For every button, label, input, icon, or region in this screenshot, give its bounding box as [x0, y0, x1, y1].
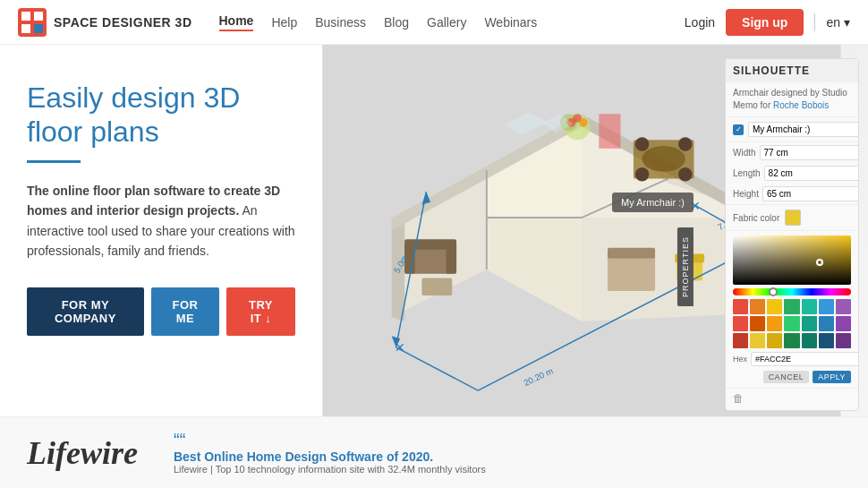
signup-button[interactable]: Sign up — [726, 9, 804, 36]
color-swatch-1[interactable] — [750, 299, 765, 314]
color-swatch-6[interactable] — [836, 299, 851, 314]
delete-row: 🗑 — [726, 388, 858, 410]
fabric-label: Fabric color — [733, 213, 779, 223]
gradient-dark — [733, 235, 851, 285]
silhouette-name-row: ✓ — [726, 117, 858, 142]
svg-text:✕: ✕ — [395, 341, 405, 355]
nav-home[interactable]: Home — [219, 13, 254, 31]
color-swatch-4[interactable] — [802, 299, 817, 314]
color-swatch-18[interactable] — [802, 333, 817, 348]
nav-help[interactable]: Help — [271, 15, 297, 30]
svg-rect-33 — [608, 248, 655, 259]
silhouette-title: SILHOUETTE — [726, 59, 858, 82]
hex-row: Hex ▲▼ — [733, 352, 851, 366]
nav-gallery[interactable]: Gallery — [427, 15, 466, 30]
color-swatch-14[interactable] — [733, 333, 748, 348]
language-selector[interactable]: en ▾ — [826, 15, 850, 30]
header-divider — [814, 13, 815, 31]
fabric-color-swatch[interactable] — [785, 210, 801, 226]
svg-rect-1 — [21, 12, 30, 21]
color-swatch-19[interactable] — [819, 333, 834, 348]
color-swatch-5[interactable] — [819, 299, 834, 314]
cancel-button[interactable]: CANCEL — [763, 371, 810, 383]
left-panel: Easily design 3D floor plans The online … — [0, 45, 322, 488]
hex-input[interactable] — [751, 352, 859, 366]
header-right: Login Sign up en ▾ — [685, 9, 850, 36]
color-swatch-0[interactable] — [733, 299, 748, 314]
color-swatch-11[interactable] — [802, 316, 817, 331]
color-gradient[interactable] — [733, 235, 851, 285]
color-swatch-2[interactable] — [767, 299, 782, 314]
logo-icon — [18, 8, 47, 37]
nav-webinars[interactable]: Webinars — [484, 15, 537, 30]
color-swatch-16[interactable] — [767, 333, 782, 348]
svg-point-27 — [635, 167, 649, 181]
color-swatch-15[interactable] — [750, 333, 765, 348]
silhouette-checkbox[interactable]: ✓ — [733, 124, 744, 135]
color-cursor — [816, 259, 823, 266]
color-swatch-3[interactable] — [784, 299, 799, 314]
width-input[interactable] — [760, 145, 859, 160]
picker-buttons: CANCEL APPLY — [733, 371, 851, 383]
color-swatch-7[interactable] — [733, 316, 748, 331]
cta-buttons: FOR MY COMPANY FOR ME TRY IT ↓ — [27, 287, 295, 336]
hex-label: Hex — [733, 355, 747, 364]
svg-point-24 — [642, 146, 685, 172]
for-me-button[interactable]: FOR ME — [151, 287, 219, 336]
header: SPACE DESIGNER 3D Home Help Business Blo… — [0, 0, 868, 45]
color-swatch-8[interactable] — [750, 316, 765, 331]
color-swatch-17[interactable] — [784, 333, 799, 348]
color-swatch-9[interactable] — [767, 316, 782, 331]
nav-blog[interactable]: Blog — [384, 15, 409, 30]
silhouette-panel: SILHOUETTE Armchair designed by Studio M… — [725, 58, 859, 411]
width-row: Width ▲▼ — [726, 142, 858, 163]
silhouette-name-input[interactable] — [748, 122, 859, 137]
length-row: Length ▲▼ — [726, 163, 858, 184]
svg-rect-21 — [446, 244, 456, 274]
svg-point-25 — [635, 137, 649, 150]
height-label: Height — [733, 189, 759, 199]
silhouette-link[interactable]: Roche Bobois — [773, 100, 829, 110]
svg-rect-2 — [34, 12, 43, 21]
logo-text: SPACE DESIGNER 3D — [54, 15, 192, 30]
title-underline — [27, 160, 81, 163]
color-swatch-12[interactable] — [819, 316, 834, 331]
trash-icon[interactable]: 🗑 — [733, 392, 747, 407]
svg-rect-54 — [599, 114, 620, 149]
apply-button[interactable]: APPLY — [813, 371, 851, 383]
nav-business[interactable]: Business — [315, 15, 366, 30]
width-label: Width — [733, 148, 756, 158]
hue-thumb — [769, 287, 778, 296]
properties-tab[interactable]: PROPERTIES — [677, 227, 694, 306]
svg-point-28 — [678, 167, 692, 181]
svg-point-26 — [678, 137, 692, 150]
logo-area: SPACE DESIGNER 3D — [18, 8, 192, 37]
color-picker: Hex ▲▼ CANCEL APPLY — [726, 230, 858, 388]
main-nav: Home Help Business Blog Gallery Webinars — [219, 13, 685, 31]
color-swatch-20[interactable] — [836, 333, 851, 348]
height-input[interactable] — [762, 186, 859, 201]
hero-subtitle: The online floor plan software to create… — [27, 181, 295, 261]
armchair-tooltip: My Armchair :) — [612, 193, 694, 212]
length-input[interactable] — [764, 166, 859, 181]
length-label: Length — [733, 168, 761, 178]
login-button[interactable]: Login — [685, 15, 715, 30]
color-swatches — [733, 299, 851, 348]
page-title: Easily design 3D floor plans — [27, 81, 295, 150]
svg-rect-4 — [34, 24, 43, 33]
height-row: Height ▲▼ — [726, 184, 858, 204]
silhouette-description: Armchair designed by Studio Memo for Roc… — [726, 82, 858, 117]
try-it-button[interactable]: TRY IT ↓ — [226, 287, 295, 336]
for-company-button[interactable]: FOR MY COMPANY — [27, 287, 144, 336]
hue-slider[interactable] — [733, 288, 851, 295]
svg-rect-22 — [421, 278, 452, 295]
color-swatch-10[interactable] — [784, 316, 799, 331]
chevron-down-icon: ▾ — [844, 15, 850, 30]
svg-rect-3 — [21, 24, 30, 33]
svg-point-53 — [579, 118, 588, 127]
fabric-color-row: Fabric color — [726, 204, 858, 230]
color-swatch-13[interactable] — [836, 316, 851, 331]
